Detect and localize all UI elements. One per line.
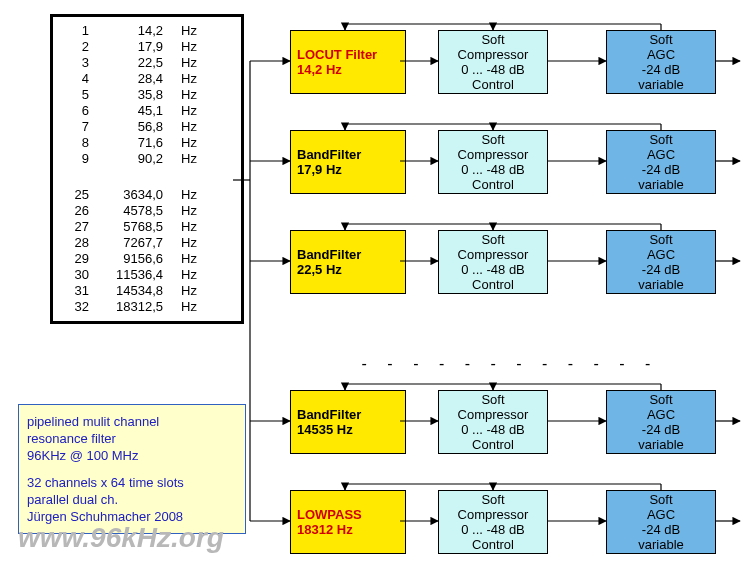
table-row: 3011536,4Hz [57, 267, 237, 283]
table-row: 990,2Hz [57, 151, 237, 167]
info-line: pipelined mulit channel [27, 413, 237, 430]
info-line: 96KHz @ 100 MHz [27, 447, 237, 464]
agc-box: SoftAGC-24 dBvariable [606, 390, 716, 454]
agc-box: SoftAGC-24 dBvariable [606, 490, 716, 554]
filter-label: LOCUT Filter [297, 47, 377, 62]
table-row: 428,4Hz [57, 71, 237, 87]
watermark: www.96kHz.org [18, 522, 224, 554]
table-row: 756,8Hz [57, 119, 237, 135]
info-line: parallel dual ch. [27, 491, 237, 508]
filter-label: BandFilter [297, 247, 361, 262]
table-row: 264578,5Hz [57, 203, 237, 219]
lowpass-filter-box: LOWPASS18312 Hz [290, 490, 406, 554]
compressor-box: SoftCompressor0 ... -48 dBControl [438, 130, 548, 194]
compressor-box: SoftCompressor0 ... -48 dBControl [438, 30, 548, 94]
row-separator: - - - - - - - - - - - - [290, 355, 730, 373]
info-box: pipelined mulit channel resonance filter… [18, 404, 246, 534]
band-filter-box: BandFilter14535 Hz [290, 390, 406, 454]
signal-chain-row: BandFilter17,9 HzSoftCompressor0 ... -48… [230, 120, 750, 198]
table-row: 217,9Hz [57, 39, 237, 55]
table-row: 322,5Hz [57, 55, 237, 71]
table-row: 287267,7Hz [57, 235, 237, 251]
signal-chain-row: BandFilter22,5 HzSoftCompressor0 ... -48… [230, 220, 750, 298]
table-row: 3218312,5Hz [57, 299, 237, 315]
table-row: 275768,5Hz [57, 219, 237, 235]
filter-label: LOWPASS [297, 507, 362, 522]
filter-freq: 17,9 Hz [297, 162, 342, 177]
filter-label: BandFilter [297, 147, 361, 162]
agc-box: SoftAGC-24 dBvariable [606, 130, 716, 194]
table-row: 3114534,8Hz [57, 283, 237, 299]
table-row: 871,6Hz [57, 135, 237, 151]
compressor-box: SoftCompressor0 ... -48 dBControl [438, 230, 548, 294]
signal-chain-row: BandFilter14535 HzSoftCompressor0 ... -4… [230, 380, 750, 458]
compressor-box: SoftCompressor0 ... -48 dBControl [438, 390, 548, 454]
filter-freq: 22,5 Hz [297, 262, 342, 277]
filter-freq: 14,2 Hz [297, 62, 342, 77]
table-row: 253634,0Hz [57, 187, 237, 203]
table-row: 535,8Hz [57, 87, 237, 103]
compressor-box: SoftCompressor0 ... -48 dBControl [438, 490, 548, 554]
filter-label: BandFilter [297, 407, 361, 422]
signal-chain-row: LOWPASS18312 HzSoftCompressor0 ... -48 d… [230, 480, 750, 558]
table-row: 299156,6Hz [57, 251, 237, 267]
locut-filter-box: LOCUT Filter14,2 Hz [290, 30, 406, 94]
frequency-table: 114,2Hz217,9Hz322,5Hz428,4Hz535,8Hz645,1… [50, 14, 244, 324]
info-line: resonance filter [27, 430, 237, 447]
table-row: 114,2Hz [57, 23, 237, 39]
table-row: 645,1Hz [57, 103, 237, 119]
info-line: 32 channels x 64 time slots [27, 474, 237, 491]
band-filter-box: BandFilter17,9 Hz [290, 130, 406, 194]
filter-freq: 18312 Hz [297, 522, 353, 537]
agc-box: SoftAGC-24 dBvariable [606, 230, 716, 294]
filter-freq: 14535 Hz [297, 422, 353, 437]
signal-chain-row: LOCUT Filter14,2 HzSoftCompressor0 ... -… [230, 20, 750, 98]
agc-box: SoftAGC-24 dBvariable [606, 30, 716, 94]
band-filter-box: BandFilter22,5 Hz [290, 230, 406, 294]
